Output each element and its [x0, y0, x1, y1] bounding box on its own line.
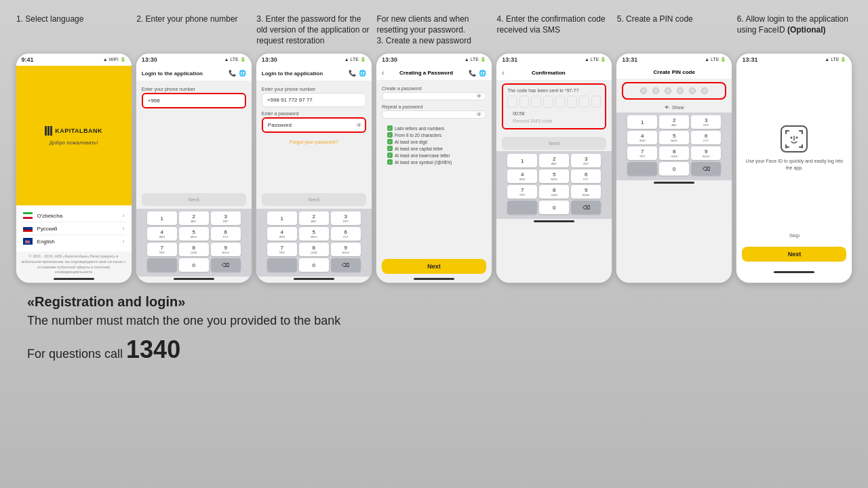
- next-btn-7[interactable]: Next: [742, 247, 846, 262]
- flag-uz: [23, 212, 33, 219]
- sms-box-1[interactable]: [507, 96, 517, 108]
- phone-input-3[interactable]: +998 91 772 97 77: [262, 93, 366, 107]
- sms-box-5[interactable]: [555, 96, 566, 108]
- kb-key-9[interactable]: 9ЩЪЫ: [211, 243, 241, 256]
- kb-key-3-1[interactable]: 1: [267, 211, 297, 225]
- kb-row-3: 7УФX 8ЦЧШ 9ЩЪЫ: [139, 243, 249, 256]
- globe-icon-2[interactable]: 🌐: [239, 70, 246, 77]
- kb-key-3-4[interactable]: 4ЖКЛ: [267, 227, 297, 241]
- kb-key-6-7[interactable]: 7УФX: [627, 146, 657, 160]
- skip-link[interactable]: Skip: [789, 232, 800, 239]
- kb-key-5-2[interactable]: 2ABC: [539, 154, 569, 167]
- next-btn-5[interactable]: Next: [502, 137, 606, 150]
- svg-rect-3: [802, 130, 803, 134]
- kb-key-6-2[interactable]: 2ABC: [659, 115, 689, 129]
- eye-icon-3[interactable]: 👁: [356, 122, 362, 129]
- sms-box-7[interactable]: [579, 96, 589, 108]
- kb-key-4[interactable]: 4ЖКЛ: [147, 227, 177, 241]
- phone-icon-3[interactable]: 📞: [349, 70, 356, 77]
- screen3-body: Login to the application 📞 🌐 Enter your …: [256, 66, 372, 283]
- kb-key-5-4[interactable]: 4ЖКЛ: [507, 169, 537, 183]
- kb-key-2[interactable]: 2ABC: [179, 211, 209, 225]
- phone-input-label-3: Enter your phone number: [262, 87, 366, 92]
- kb-key-5-6[interactable]: 6РСТ: [571, 169, 601, 183]
- time-5: 13:31: [502, 56, 517, 63]
- kb-key-6-8[interactable]: 8ЦЧШ: [659, 146, 689, 160]
- repeat-pw-input[interactable]: [382, 110, 486, 119]
- kb-key-3-8[interactable]: 8ЦЧШ: [299, 243, 329, 256]
- kb-key-5-8[interactable]: 8ЦЧШ: [539, 185, 569, 199]
- home-indicator-1: [54, 278, 94, 280]
- kb-key-6-3[interactable]: 3DEF: [691, 115, 721, 129]
- kb-key-1[interactable]: 1: [147, 211, 177, 225]
- status-bar-5: 13:31 ▲ LTE 🔋: [496, 54, 612, 66]
- kb-key-3-9[interactable]: 9ЩЪЫ: [331, 243, 361, 256]
- resend-sms[interactable]: Resend SMS code: [507, 117, 601, 125]
- kb-key-5-5[interactable]: 5МНО: [539, 169, 569, 183]
- back-arrow-5[interactable]: ‹: [502, 69, 504, 77]
- kb-key-5-9[interactable]: 9ЩЪЫ: [571, 185, 601, 199]
- kb-key-3-3[interactable]: 3DEF: [331, 211, 361, 225]
- kb-key-0[interactable]: 0: [179, 258, 209, 272]
- kb-key-5-7[interactable]: 7УФX: [507, 185, 537, 199]
- lang-label-uz: O'zbekcha: [37, 213, 63, 219]
- kb-key-3-6[interactable]: 6РСТ: [331, 227, 361, 241]
- globe-icon-4[interactable]: 🌐: [479, 70, 486, 77]
- eye-icon-4a[interactable]: 👁: [476, 93, 482, 100]
- lang-item-en[interactable]: 🇬🇧 English ›: [22, 235, 126, 247]
- back-arrow-4[interactable]: ‹: [382, 69, 384, 77]
- screen1-top: KAPITALBANK Добро пожаловать!: [16, 66, 132, 205]
- support-phone-number[interactable]: 1340: [126, 336, 180, 363]
- kb-key-3-2[interactable]: 2ABC: [299, 211, 329, 225]
- kb-key-del[interactable]: ⌫: [211, 258, 241, 272]
- status-bar-1: 9:41 ▲ WiFi 🔋: [16, 54, 132, 66]
- phone-input-2[interactable]: +998: [142, 93, 246, 108]
- kb-key-6-0[interactable]: 0: [659, 162, 689, 176]
- rule-4: ✓ At least one capital letter: [387, 146, 481, 151]
- phone-screen-3: 13:30 ▲ LTE 🔋 Login to the application 📞…: [256, 53, 372, 283]
- sms-box-2[interactable]: [519, 96, 530, 108]
- phone-screen-2: 13:30 ▲ LTE 🔋 Login to the application 📞…: [136, 53, 252, 283]
- kb-key-6[interactable]: 6РСТ: [211, 227, 241, 241]
- kb-key-6-5[interactable]: 5МНО: [659, 131, 689, 144]
- kb-key-5-3[interactable]: 3DEF: [571, 154, 601, 167]
- kb-key-5-1[interactable]: 1: [507, 154, 537, 167]
- kb-key-6-9[interactable]: 9ЩЪЫ: [691, 146, 721, 160]
- next-btn-2[interactable]: Next: [142, 193, 246, 206]
- kb-key-3-7[interactable]: 7УФX: [267, 243, 297, 256]
- password-rules: ✓ Latin letters and numbers ✓ From 8 to …: [382, 123, 486, 167]
- kb-key-5-del[interactable]: ⌫: [571, 201, 601, 214]
- phone-icon-4[interactable]: 📞: [469, 70, 476, 77]
- globe-icon-3[interactable]: 🌐: [359, 70, 366, 77]
- kb-key-5-0[interactable]: 0: [539, 201, 569, 214]
- phone-icon-2[interactable]: 📞: [229, 70, 236, 77]
- kb-key-6-6[interactable]: 6РСТ: [691, 131, 721, 144]
- eye-icon-4b[interactable]: 👁: [476, 111, 482, 118]
- kb-key-6-1[interactable]: 1: [627, 115, 657, 129]
- kb-key-6-4[interactable]: 4ЖКЛ: [627, 131, 657, 144]
- next-btn-3[interactable]: Next: [262, 193, 366, 206]
- sms-box-3[interactable]: [531, 96, 541, 108]
- kb-key-8[interactable]: 8ЦЧШ: [179, 243, 209, 256]
- kb-key-3-5[interactable]: 5МНО: [299, 227, 329, 241]
- lang-row-ru: Русский: [23, 225, 58, 232]
- password-input-3[interactable]: Password: [262, 117, 366, 133]
- kb-key-3-del[interactable]: ⌫: [331, 258, 361, 272]
- sms-box-4[interactable]: [543, 96, 553, 108]
- kb-key-7[interactable]: 7УФX: [147, 243, 177, 256]
- create-pw-input[interactable]: [382, 92, 486, 100]
- next-btn-4[interactable]: Next: [382, 259, 486, 274]
- kb-key-5[interactable]: 5МНО: [179, 227, 209, 241]
- eye-icon-6[interactable]: 👁: [665, 105, 669, 110]
- lang-item-uz[interactable]: O'zbekcha ›: [22, 209, 126, 222]
- forgot-pw-3[interactable]: Forgot your password?: [262, 140, 366, 144]
- kb-key-6-del[interactable]: ⌫: [691, 162, 721, 176]
- sms-box-6[interactable]: [567, 96, 577, 108]
- lang-item-ru[interactable]: Русский ›: [22, 222, 126, 235]
- kb-key-3[interactable]: 3DEF: [211, 211, 241, 225]
- screen6-header: Create PIN code: [616, 66, 732, 79]
- kb-key-3-0[interactable]: 0: [299, 258, 329, 272]
- flag-en: 🇬🇧: [23, 238, 33, 245]
- sms-box-8[interactable]: [591, 96, 601, 108]
- time-6: 13:31: [622, 56, 637, 63]
